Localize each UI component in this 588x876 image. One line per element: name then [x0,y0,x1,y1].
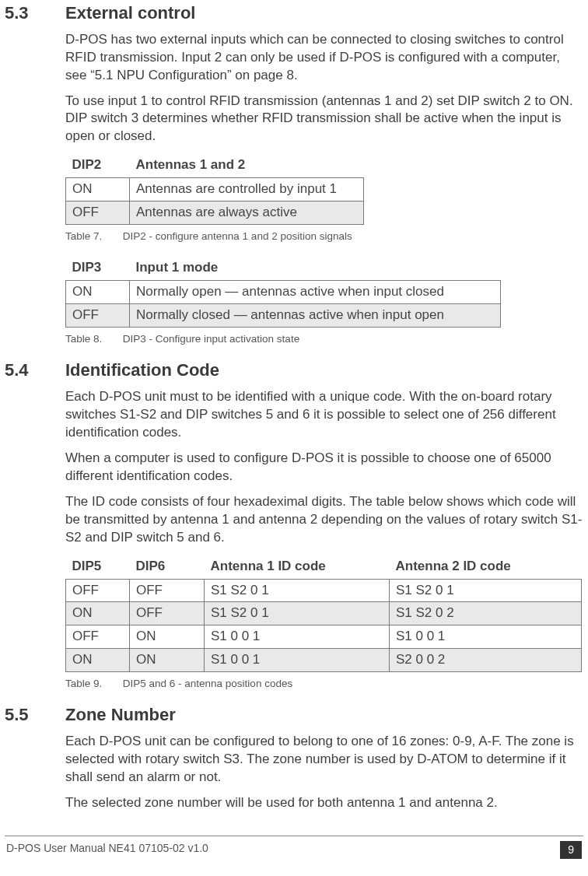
footer-docref: D-POS User Manual NE41 07105-02 v1.0 [6,841,208,859]
paragraph: Each D-POS unit must to be identified wi… [65,388,583,442]
paragraph: D-POS has two external inputs which can … [65,31,583,85]
table-row: ON Normally open — antennas active when … [66,281,501,304]
section-number: 5.4 [5,359,65,382]
table-row: OFF Antennas are always active [66,201,364,225]
table-row: ON Antennas are controlled by input 1 [66,178,364,201]
table-row: OFF Normally closed — antennas active wh… [66,304,501,328]
paragraph: The ID code consists of four hexadeximal… [65,493,583,547]
section-heading-5-3: 5.3 External control [5,2,583,25]
table-row: ON OFF S1 S2 0 1 S1 S2 0 2 [66,602,582,625]
page-number: 9 [560,841,582,859]
table-dip3: DIP3 Input 1 mode ON Normally open — ant… [65,256,501,328]
table-dip2: DIP2 Antennas 1 and 2 ON Antennas are co… [65,153,364,225]
section-title: Identification Code [65,359,219,382]
table-header: DIP6 [130,555,205,579]
section-title: Zone Number [65,703,176,727]
table-caption: Table 8. DIP3 - Configure input activati… [65,332,583,346]
section-heading-5-5: 5.5 Zone Number [5,703,583,727]
table-row: ON ON S1 0 0 1 S2 0 0 2 [66,649,582,672]
table-header: Antenna 2 ID code [390,555,582,579]
paragraph: To use input 1 to control RFID transmiss… [65,93,583,146]
table-caption: Table 9. DIP5 and 6 - antenna position c… [65,677,583,691]
section-number: 5.5 [5,703,65,727]
table-row: OFF ON S1 0 0 1 S1 0 0 1 [66,625,582,649]
section-title: External control [65,2,195,25]
table-header: DIP2 [66,153,130,177]
table-dip5-6: DIP5 DIP6 Antenna 1 ID code Antenna 2 ID… [65,555,582,673]
section-heading-5-4: 5.4 Identification Code [5,359,583,382]
table-header: Antennas 1 and 2 [130,153,364,177]
table-caption: Table 7. DIP2 - configure antenna 1 and … [65,230,583,244]
paragraph: Each D-POS unit can be configured to bel… [65,733,583,787]
table-header: Antenna 1 ID code [205,555,390,579]
table-header: Input 1 mode [130,256,501,280]
table-row: OFF OFF S1 S2 0 1 S1 S2 0 1 [66,579,582,602]
table-header: DIP5 [66,555,130,579]
section-number: 5.3 [5,2,65,25]
paragraph: The selected zone number will be used fo… [65,794,583,812]
table-header: DIP3 [66,256,130,280]
page-footer: D-POS User Manual NE41 07105-02 v1.0 9 [5,836,583,865]
paragraph: When a computer is used to configure D-P… [65,450,583,485]
